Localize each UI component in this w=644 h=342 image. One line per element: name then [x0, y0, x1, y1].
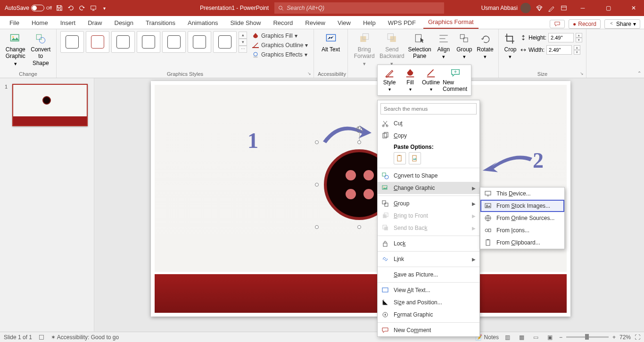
- ctx-view-alt-text[interactable]: View Alt Text...: [378, 284, 479, 296]
- status-accessibility[interactable]: ✶ Accessibility: Good to go: [51, 334, 119, 341]
- change-graphic-button[interactable]: Change Graphic▾: [4, 31, 27, 68]
- view-normal-icon[interactable]: ▥: [503, 334, 513, 341]
- mini-new-comment-button[interactable]: New Comment: [442, 67, 469, 93]
- zoom-percent[interactable]: 72%: [619, 334, 631, 341]
- slide-thumbnail[interactable]: [12, 84, 88, 126]
- height-field[interactable]: Height:▴▾: [520, 33, 582, 42]
- change-graphic-submenu: This Device... From Stock Images... From…: [480, 187, 565, 249]
- tab-design[interactable]: Design: [110, 17, 138, 29]
- paste-option-picture[interactable]: [409, 152, 421, 164]
- style-preset[interactable]: [188, 31, 211, 53]
- style-gallery-scroll[interactable]: ▴▾⋯: [239, 32, 247, 53]
- group-label-styles: Graphics Styles: [60, 71, 310, 78]
- mini-toolbar: Style▾ Fill▾ Outline▾ New Comment: [377, 65, 471, 96]
- context-search-input[interactable]: [380, 103, 477, 114]
- rotate-button[interactable]: Rotate▾: [476, 31, 495, 61]
- ctx-link[interactable]: Link▶: [378, 253, 479, 265]
- ctx-lock[interactable]: Lock: [378, 237, 479, 250]
- ctx-format-graphic[interactable]: Format Graphic: [378, 309, 479, 321]
- tab-view[interactable]: View: [333, 17, 355, 29]
- user-account[interactable]: Usman Abbasi: [481, 3, 531, 13]
- submenu-from-stock-images[interactable]: From Stock Images...: [480, 200, 564, 212]
- style-preset[interactable]: [60, 31, 84, 53]
- ctx-convert-to-shape[interactable]: Convert to Shape: [378, 170, 479, 182]
- ctx-save-as-picture[interactable]: Save as Picture...: [378, 269, 479, 281]
- ctx-new-comment[interactable]: New Comment: [378, 324, 479, 336]
- tab-file[interactable]: File: [5, 17, 24, 29]
- pen-icon[interactable]: [548, 4, 555, 12]
- collapse-ribbon-icon[interactable]: ⌃: [637, 71, 641, 76]
- mini-style-button[interactable]: Style▾: [380, 67, 399, 93]
- submenu-from-icons[interactable]: From Icons...: [480, 224, 564, 236]
- style-preset[interactable]: [213, 31, 237, 53]
- present-icon[interactable]: [90, 4, 97, 12]
- undo-icon[interactable]: [67, 4, 74, 12]
- tab-graphics-format[interactable]: Graphics Format: [423, 16, 479, 29]
- close-button[interactable]: ✕: [623, 0, 644, 16]
- fit-to-window-icon[interactable]: ⛶: [635, 334, 640, 341]
- ctx-copy[interactable]: Copy: [378, 130, 479, 142]
- width-field[interactable]: Width:▴▾: [520, 45, 582, 55]
- search-box[interactable]: [274, 2, 444, 14]
- svg-rect-47: [486, 240, 490, 245]
- zoom-in-icon[interactable]: +: [612, 334, 616, 341]
- submenu-from-clipboard[interactable]: From Clipboard...: [480, 236, 564, 249]
- comments-button[interactable]: [550, 20, 565, 28]
- ctx-group[interactable]: Group▶: [378, 197, 479, 210]
- submenu-this-device[interactable]: This Device...: [480, 187, 564, 200]
- mini-outline-button[interactable]: Outline▾: [421, 67, 441, 93]
- convert-to-shape-button[interactable]: Convert to Shape: [29, 31, 53, 67]
- autosave-toggle[interactable]: AutoSave Off: [5, 5, 52, 11]
- graphics-outline-dropdown[interactable]: Graphics Outline ▾: [252, 41, 308, 50]
- ctx-size-position[interactable]: Size and Position...: [378, 296, 479, 309]
- alt-text-button[interactable]: Alt Text: [318, 31, 344, 54]
- save-icon[interactable]: [56, 4, 63, 12]
- paste-option-keep[interactable]: [394, 152, 406, 164]
- group-button[interactable]: Group▾: [455, 31, 474, 61]
- svg-rect-15: [415, 34, 421, 42]
- view-sorter-icon[interactable]: ▦: [517, 334, 527, 341]
- crop-button[interactable]: Crop▾: [503, 31, 518, 61]
- styles-dialog-launcher[interactable]: ↘: [306, 71, 312, 76]
- graphics-fill-dropdown[interactable]: Graphics Fill ▾: [252, 31, 308, 41]
- tab-review[interactable]: Review: [300, 17, 330, 29]
- style-preset[interactable]: [137, 31, 160, 53]
- tab-wpspdf[interactable]: WPS PDF: [383, 17, 421, 29]
- view-slideshow-icon[interactable]: ▣: [545, 334, 555, 341]
- tab-home[interactable]: Home: [27, 17, 53, 29]
- style-preset[interactable]: [162, 31, 186, 53]
- style-preset[interactable]: [86, 31, 109, 53]
- record-button[interactable]: ● Record: [569, 19, 601, 29]
- search-input[interactable]: [287, 5, 440, 11]
- ctx-cut[interactable]: Cut: [378, 117, 479, 130]
- tab-transitions[interactable]: Transitions: [141, 17, 180, 29]
- maximize-button[interactable]: ▢: [598, 0, 619, 16]
- diamond-icon[interactable]: [536, 4, 543, 12]
- qat-more-icon[interactable]: ▾: [101, 4, 108, 12]
- tab-insert[interactable]: Insert: [56, 17, 81, 29]
- share-button[interactable]: Share ▾: [604, 19, 640, 29]
- tab-help[interactable]: Help: [358, 17, 380, 29]
- submenu-from-online[interactable]: From Online Sources...: [480, 212, 564, 224]
- ribbon-mode-icon[interactable]: [560, 4, 568, 12]
- selection-pane-button[interactable]: Selection Pane: [407, 31, 432, 61]
- zoom-out-icon[interactable]: −: [559, 334, 562, 341]
- tab-draw[interactable]: Draw: [83, 17, 107, 29]
- tab-animations[interactable]: Animations: [183, 17, 223, 29]
- mini-fill-button[interactable]: Fill▾: [400, 67, 420, 93]
- graphics-effects-dropdown[interactable]: Graphics Effects ▾: [252, 50, 308, 59]
- redo-icon[interactable]: [78, 4, 86, 12]
- align-button[interactable]: Align▾: [434, 31, 453, 61]
- zoom-slider[interactable]: [566, 336, 609, 338]
- svg-rect-11: [360, 36, 366, 42]
- thumbnail-pane[interactable]: 1: [0, 78, 94, 332]
- tab-record[interactable]: Record: [268, 17, 297, 29]
- minimize-button[interactable]: ─: [572, 0, 593, 16]
- ctx-change-graphic[interactable]: Change Graphic▶: [378, 182, 479, 194]
- size-dialog-launcher[interactable]: ↘: [579, 71, 585, 76]
- status-slide-counter: Slide 1 of 1: [4, 334, 32, 341]
- tab-slideshow[interactable]: Slide Show: [225, 17, 265, 29]
- style-preset[interactable]: [111, 31, 135, 53]
- view-reading-icon[interactable]: ▭: [531, 334, 541, 341]
- status-language-icon[interactable]: [39, 334, 44, 340]
